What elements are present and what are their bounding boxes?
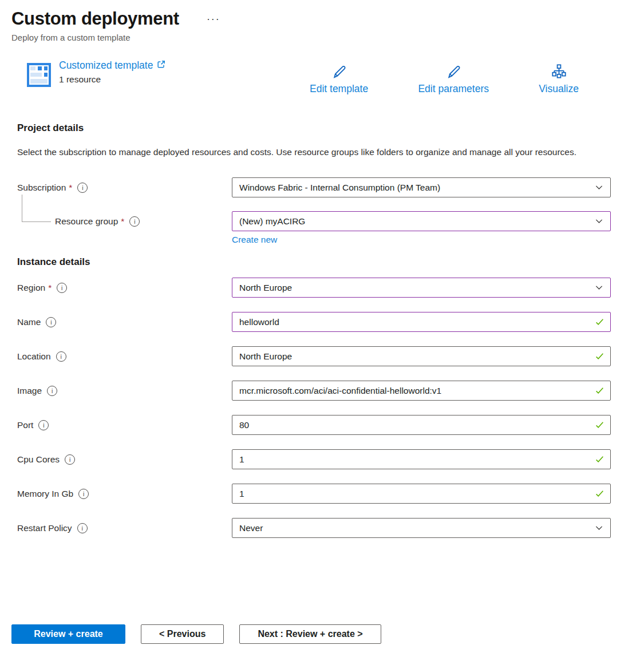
review-create-button[interactable]: Review + create	[11, 624, 125, 644]
info-icon[interactable]: i	[47, 386, 57, 396]
info-icon[interactable]: i	[65, 454, 75, 465]
subscription-row: Subscription * i Windows Fabric - Intern…	[17, 177, 644, 197]
cpu-cores-input[interactable]	[232, 449, 611, 469]
pencil-icon	[331, 64, 347, 81]
more-options-ellipsis-icon[interactable]: ···	[204, 13, 223, 25]
info-icon[interactable]: i	[77, 523, 88, 533]
memory-row: Memory In Gb i	[17, 484, 644, 504]
parent-child-connector-line	[22, 195, 51, 222]
create-new-link[interactable]: Create new	[232, 235, 277, 245]
resource-count: 1 resource	[59, 74, 165, 85]
customized-template-link[interactable]: Customized template	[59, 60, 165, 72]
name-input[interactable]	[232, 312, 611, 332]
memory-label: Memory In Gb	[17, 489, 73, 499]
name-row: Name i	[17, 312, 644, 332]
restart-policy-row: Restart Policy i Never	[17, 518, 644, 538]
location-input[interactable]	[232, 346, 611, 366]
region-value: North Europe	[239, 283, 292, 293]
page-title: Custom deployment	[11, 7, 179, 31]
region-select[interactable]: North Europe	[232, 278, 611, 298]
edit-parameters-label: Edit parameters	[418, 83, 489, 95]
info-icon[interactable]: i	[56, 351, 66, 362]
edit-template-label: Edit template	[310, 83, 368, 95]
next-button[interactable]: Next : Review + create >	[239, 624, 381, 644]
port-row: Port i	[17, 415, 644, 435]
image-label: Image	[17, 386, 42, 396]
resource-group-label: Resource group	[55, 216, 118, 227]
wizard-footer: Review + create < Previous Next : Review…	[11, 624, 381, 644]
project-details-heading: Project details	[17, 122, 644, 134]
subscription-value: Windows Fabric - Internal Consumption (P…	[239, 183, 440, 193]
memory-input[interactable]	[232, 484, 611, 504]
visualize-button[interactable]: Visualize	[539, 64, 579, 95]
restart-policy-label: Restart Policy	[17, 523, 72, 533]
location-row: Location i	[17, 346, 644, 366]
image-input[interactable]	[232, 381, 611, 401]
cpu-cores-row: Cpu Cores i	[17, 449, 644, 469]
customized-template-label: Customized template	[59, 60, 153, 72]
external-link-icon	[157, 60, 165, 72]
restart-policy-select[interactable]: Never	[232, 518, 611, 538]
region-label: Region	[17, 283, 45, 293]
edit-parameters-button[interactable]: Edit parameters	[418, 64, 489, 95]
subscription-select[interactable]: Windows Fabric - Internal Consumption (P…	[232, 177, 611, 197]
name-label: Name	[17, 317, 41, 327]
info-icon[interactable]: i	[129, 216, 140, 227]
instance-details-form: Region * i North Europe Name i Loca	[0, 278, 644, 538]
page-header: Custom deployment ··· Deploy from a cust…	[0, 0, 644, 42]
region-row: Region * i North Europe	[17, 278, 644, 298]
restart-policy-value: Never	[239, 523, 263, 533]
visualize-label: Visualize	[539, 83, 579, 95]
resource-group-select[interactable]: (New) myACIRG	[232, 211, 611, 231]
required-asterisk: *	[121, 216, 124, 227]
project-details-form: Subscription * i Windows Fabric - Intern…	[0, 177, 644, 231]
required-asterisk: *	[48, 283, 52, 293]
resource-group-value: (New) myACIRG	[239, 216, 305, 227]
template-actions: Edit template Edit parameters	[310, 64, 579, 95]
subscription-label: Subscription	[17, 183, 66, 193]
location-label: Location	[17, 351, 51, 362]
pencil-icon	[446, 64, 461, 81]
previous-button[interactable]: < Previous	[141, 624, 224, 644]
image-row: Image i	[17, 381, 644, 401]
port-label: Port	[17, 420, 33, 430]
template-icon	[26, 62, 52, 88]
template-summary-row: Customized template 1 resource Edit temp…	[0, 61, 644, 96]
edit-template-button[interactable]: Edit template	[310, 64, 368, 95]
info-icon[interactable]: i	[46, 317, 56, 327]
org-chart-icon	[551, 64, 567, 81]
port-input[interactable]	[232, 415, 611, 435]
instance-details-heading: Instance details	[17, 256, 644, 268]
cpu-cores-label: Cpu Cores	[17, 454, 60, 465]
info-icon[interactable]: i	[78, 489, 89, 499]
resource-group-row: Resource group * i (New) myACIRG Create …	[17, 211, 644, 231]
info-icon[interactable]: i	[77, 183, 88, 193]
required-asterisk: *	[69, 183, 72, 193]
info-icon[interactable]: i	[38, 420, 49, 430]
info-icon[interactable]: i	[57, 283, 67, 293]
page-subtitle: Deploy from a custom template	[11, 33, 644, 42]
project-details-description: Select the subscription to manage deploy…	[17, 145, 587, 160]
